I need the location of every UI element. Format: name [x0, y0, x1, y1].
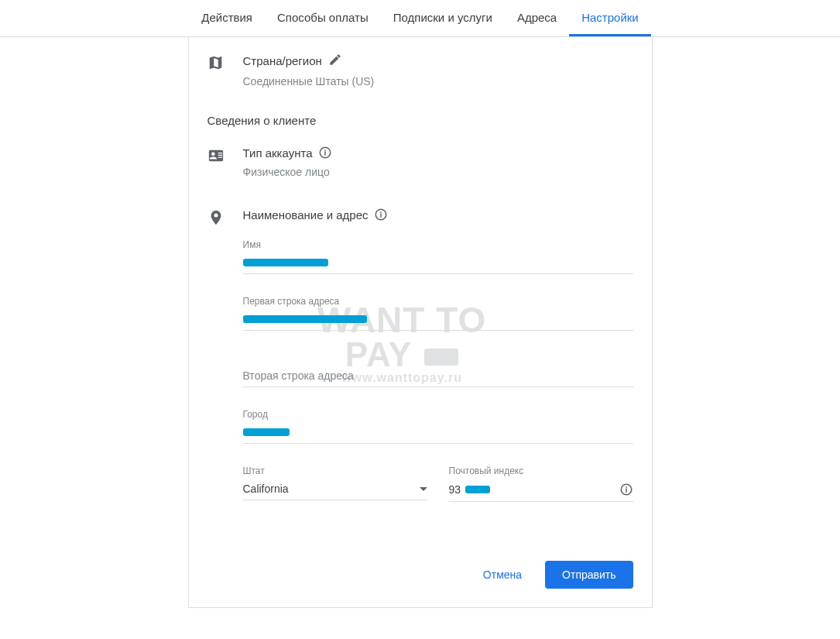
- pencil-icon[interactable]: [328, 53, 342, 69]
- tab-settings[interactable]: Настройки: [569, 0, 651, 36]
- name-address-title: Наименование и адрес: [243, 208, 369, 222]
- account-type-row: Тип аккаунта Физическое лицо: [207, 146, 633, 178]
- nav-tabs: Действия Способы оплаты Подписки и услуг…: [0, 0, 840, 37]
- country-region-title: Страна/регион: [243, 54, 322, 67]
- zip-label: Почтовый индекс: [449, 466, 633, 476]
- form-actions: Отмена Отправить: [207, 561, 633, 589]
- zip-field[interactable]: Почтовый индекс 93: [449, 466, 633, 502]
- info-icon[interactable]: [374, 208, 388, 222]
- address-form: Имя Первая строка адреса Город Штат: [243, 239, 633, 524]
- state-value: California: [243, 483, 289, 495]
- account-type-value: Физическое лицо: [243, 166, 633, 178]
- name-address-row: Наименование и адрес: [207, 208, 633, 228]
- state-select[interactable]: California: [243, 479, 427, 500]
- location-pin-icon: [207, 208, 243, 228]
- tab-subscriptions[interactable]: Подписки и услуги: [381, 0, 505, 36]
- address-line2-field[interactable]: [243, 366, 633, 387]
- address-line1-value-redacted: [243, 310, 633, 331]
- state-field[interactable]: Штат California: [243, 466, 427, 502]
- submit-button[interactable]: Отправить: [545, 561, 633, 589]
- state-label: Штат: [243, 466, 427, 476]
- country-region-value: Соединенные Штаты (US): [243, 75, 633, 88]
- id-card-icon: [207, 146, 243, 178]
- city-label: Город: [243, 409, 633, 420]
- tab-payment-methods[interactable]: Способы оплаты: [265, 0, 381, 36]
- info-icon[interactable]: [318, 146, 332, 160]
- address-line1-field[interactable]: Первая строка адреса: [243, 296, 633, 331]
- name-label: Имя: [243, 239, 633, 250]
- zip-input[interactable]: 93: [449, 479, 633, 502]
- city-field[interactable]: Город: [243, 409, 633, 444]
- zip-redacted: [465, 486, 490, 493]
- cancel-button[interactable]: Отмена: [472, 561, 533, 589]
- address-line2-input[interactable]: [243, 366, 633, 387]
- name-field[interactable]: Имя: [243, 239, 633, 274]
- map-icon: [207, 53, 243, 88]
- zip-prefix: 93: [449, 483, 461, 496]
- tab-actions[interactable]: Действия: [189, 0, 265, 36]
- city-value-redacted: [243, 423, 633, 444]
- account-type-title: Тип аккаунта: [243, 146, 313, 160]
- tab-addresses[interactable]: Адреса: [505, 0, 569, 36]
- name-value-redacted: [243, 253, 633, 274]
- country-region-row: Страна/регион Соединенные Штаты (US): [207, 53, 633, 88]
- info-icon[interactable]: [619, 483, 633, 496]
- chevron-down-icon: [420, 487, 427, 491]
- customer-info-heading: Сведения о клиенте: [207, 114, 633, 127]
- settings-panel: Страна/регион Соединенные Штаты (US) Све…: [188, 37, 653, 608]
- address-line1-label: Первая строка адреса: [243, 296, 633, 307]
